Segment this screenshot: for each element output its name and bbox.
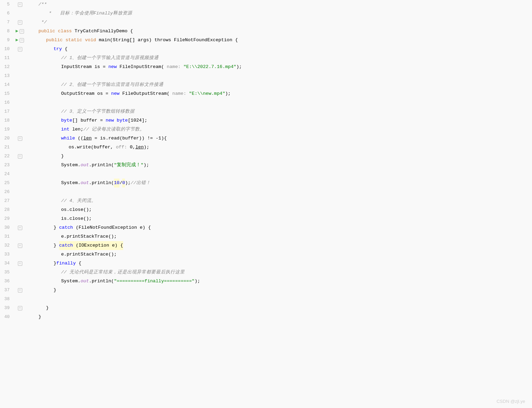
watermark: CSDN @zjl.ye	[497, 399, 525, 404]
token: static	[66, 36, 85, 45]
fold-icon[interactable]: −	[18, 136, 22, 141]
gutter-cell[interactable]	[12, 295, 27, 304]
token: // 记录每次读取的字节数。	[83, 125, 144, 134]
token: 0	[122, 179, 125, 188]
gutter-cell[interactable]	[12, 80, 27, 89]
token: /**	[38, 0, 47, 9]
token: new	[106, 116, 117, 125]
gutter-cell[interactable]	[12, 250, 27, 259]
code-line: // 3、定义一个字节数组转移数据	[31, 107, 532, 116]
token: len;	[72, 125, 83, 134]
token: os.close();	[61, 205, 92, 214]
gutter-cell[interactable]	[12, 188, 27, 196]
code-line: InputStream is = new FileInputStream( na…	[31, 63, 532, 71]
token: {	[65, 45, 67, 54]
gutter-cell[interactable]	[12, 9, 27, 18]
token: );	[236, 63, 242, 71]
gutter-cell[interactable]	[12, 116, 27, 125]
gutter-cell[interactable]	[12, 125, 27, 134]
gutter-cell[interactable]	[12, 54, 27, 63]
gutter-cell[interactable]: −	[12, 152, 27, 161]
code-line: // 1、创建一个字节输入流管道与原视频接通	[31, 54, 532, 63]
token: while	[61, 134, 78, 143]
code-line: } catch (IOException e) {	[31, 241, 532, 250]
token: ((	[78, 134, 83, 143]
token: 释放资源	[113, 9, 132, 18]
token: FileInputStream(	[119, 63, 164, 71]
line-number: 18	[0, 116, 11, 125]
gutter-cell[interactable]	[12, 268, 27, 277]
code-line: is.close();	[31, 214, 532, 223]
gutter-cell[interactable]	[12, 205, 27, 214]
fold-icon[interactable]: −	[18, 20, 22, 25]
token: );	[195, 277, 200, 286]
line-number: 31	[0, 232, 11, 241]
token: e.printStackTrace();	[61, 250, 117, 259]
code-line: try {	[31, 45, 532, 54]
gutter-cell[interactable]: −	[12, 286, 27, 295]
gutter-cell[interactable]	[12, 98, 27, 107]
token: .println(	[89, 277, 114, 286]
gutter-cell[interactable]	[12, 63, 27, 71]
token: // 无论代码是正常结束，还是出现异常都要最后执行这里	[61, 268, 185, 277]
gutter-cell[interactable]: −	[12, 45, 27, 54]
gutter-cell[interactable]: ▶−	[12, 27, 27, 36]
fold-icon[interactable]: −	[18, 261, 22, 266]
gutter-cell[interactable]: −	[12, 0, 27, 9]
token: );	[144, 143, 149, 152]
token: "复制完成！"	[114, 161, 143, 170]
code-line: // 无论代码是正常结束，还是出现异常都要最后执行这里	[31, 268, 532, 277]
code-line: }	[31, 313, 532, 321]
gutter-cell[interactable]: −	[12, 134, 27, 143]
code-area: /** * 目标：学会使用Finally释放资源 */public class …	[27, 0, 532, 408]
fold-icon[interactable]: −	[18, 2, 22, 7]
token: System.	[61, 179, 81, 188]
fold-icon[interactable]: −	[18, 288, 22, 293]
gutter-cell[interactable]	[12, 196, 27, 205]
token: FileOutputStream(	[122, 89, 170, 98]
gutter-cell[interactable]	[12, 89, 27, 98]
fold-icon[interactable]: −	[18, 154, 22, 159]
token: name:	[170, 89, 189, 98]
code-line: public static void main(String[] args) t…	[31, 36, 532, 45]
breakpoint-arrow-icon[interactable]: ▶	[16, 27, 19, 36]
code-line: }	[31, 152, 532, 161]
gutter-cell[interactable]	[12, 313, 27, 321]
gutter-cell[interactable]: −	[12, 241, 27, 250]
line-number: 20	[0, 134, 11, 143]
gutter-cell[interactable]	[12, 232, 27, 241]
gutter-cell[interactable]	[12, 179, 27, 188]
gutter-cell[interactable]	[12, 143, 27, 152]
gutter-cell[interactable]	[12, 277, 27, 286]
gutter-cell[interactable]: −	[12, 304, 27, 313]
gutter-cell[interactable]: −	[12, 18, 27, 27]
gutter-cell[interactable]: −	[12, 259, 27, 268]
fold-icon[interactable]: −	[18, 306, 22, 310]
line-number: 21	[0, 143, 11, 152]
gutter-cell[interactable]	[12, 170, 27, 179]
gutter-cell[interactable]	[12, 214, 27, 223]
fold-icon[interactable]: −	[18, 243, 22, 248]
fold-icon[interactable]: −	[18, 47, 22, 52]
gutter-cell[interactable]	[12, 107, 27, 116]
line-number: 16	[0, 98, 11, 107]
line-number: 36	[0, 277, 11, 286]
line-number: 40	[0, 313, 11, 321]
breakpoint-arrow-icon[interactable]: ▶	[16, 36, 19, 45]
gutter-cell[interactable]: −	[12, 223, 27, 232]
code-line	[31, 71, 532, 80]
code-line: /**	[31, 0, 532, 9]
gutter-cell[interactable]	[12, 71, 27, 80]
line-number: 27	[0, 196, 11, 205]
gutter: −−▶−▶−−−−−−−−−	[12, 0, 27, 408]
code-line: System.out.println("复制完成！");	[31, 161, 532, 170]
fold-icon[interactable]: −	[18, 226, 22, 230]
gutter-cell[interactable]: ▶−	[12, 36, 27, 45]
token: // 1、创建一个字节输入流管道与原视频接通	[61, 54, 159, 63]
line-number: 38	[0, 295, 11, 304]
code-line: OutputStream os = new FileOutputStream( …	[31, 89, 532, 98]
gutter-cell[interactable]	[12, 161, 27, 170]
fold-icon[interactable]: −	[20, 29, 24, 34]
token: }	[54, 223, 59, 232]
fold-icon[interactable]: −	[20, 38, 24, 43]
